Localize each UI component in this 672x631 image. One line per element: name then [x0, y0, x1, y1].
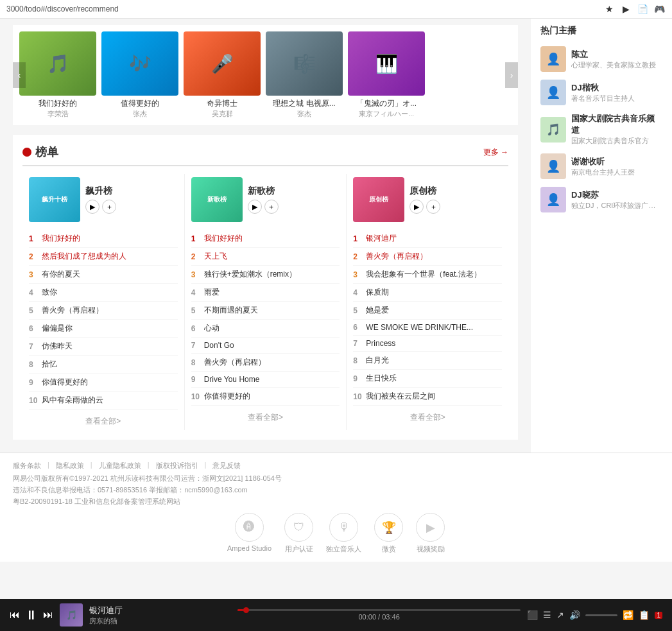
chart-item[interactable]: 10 我们被夹在云层之间 [353, 388, 502, 406]
play-icon[interactable]: ▶ [619, 3, 632, 15]
player-playlist-button[interactable]: 📋 [639, 610, 650, 620]
footer-link[interactable]: 服务条款 [13, 461, 41, 471]
chart-item[interactable]: 3 我会想象有一个世界（feat.法老） [353, 266, 502, 284]
footer-warning: 违法和不良信息举报电话：0571-89853516 举报邮箱：ncm5990@1… [13, 485, 659, 495]
carousel-album-item[interactable]: 🎹 「鬼滅の刃」オ... 東京フィルハー... [348, 31, 425, 119]
chart-song-title: 保质期 [366, 287, 502, 298]
chart-item[interactable]: 1 银河迪厅 [353, 230, 502, 248]
chart-item[interactable]: 8 拾忆 [29, 356, 178, 374]
chart-add-button[interactable]: ＋ [102, 200, 116, 214]
chart-item[interactable]: 3 有你的夏天 [29, 266, 178, 284]
chart-col-header: 原创榜 原创榜 ▶ ＋ [353, 177, 502, 222]
chart-item[interactable]: 5 善火旁（再启程） [29, 302, 178, 320]
player-song-info: 银河迪厅 房东的猫 [89, 605, 231, 626]
chart-more-link[interactable]: 更多 → [483, 147, 508, 158]
broadcaster-item[interactable]: 🎵 国家大剧院古典音乐频道 国家大剧院古典音乐官方 [540, 113, 662, 146]
player-song-name: 银河迪厅 [89, 605, 231, 616]
chart-col-original: 原创榜 原创榜 ▶ ＋ 1 银河迪厅 2 善火旁（再启程） 3 [347, 174, 508, 430]
chart-item[interactable]: 2 善火旁（再启程） [353, 248, 502, 266]
carousel-album-item[interactable]: 🎵 我们好好的 李荣浩 [19, 31, 96, 119]
chart-rank: 9 [29, 378, 42, 387]
chart-item[interactable]: 9 生日快乐 [353, 370, 502, 388]
footer-link[interactable]: 意见反馈 [212, 461, 241, 471]
chart-item[interactable]: 9 Drive You Home [191, 372, 340, 388]
footer-icon-item[interactable]: 🛡 用户认证 [284, 513, 313, 554]
chart-item[interactable]: 1 我们好好的 [191, 230, 340, 248]
footer-icon-item[interactable]: ▶ 视频奖励 [416, 513, 445, 554]
progress-bar[interactable] [237, 609, 521, 611]
broadcaster-item[interactable]: 👤 DJ楷秋 著名音乐节目主持人 [540, 80, 662, 105]
chart-play-button[interactable]: ▶ [409, 200, 424, 214]
chart-item[interactable]: 7 仿佛昨天 [29, 338, 178, 356]
chart-play-button[interactable]: ▶ [248, 200, 262, 214]
chart-view-all-link[interactable]: 查看全部> [410, 413, 445, 422]
chart-song-title: 有你的夏天 [42, 269, 178, 280]
footer-icon-item[interactable]: 🏆 微赏 [374, 513, 403, 554]
carousel-album-item[interactable]: 🎶 值得更好的 张杰 [101, 31, 178, 119]
chart-item[interactable]: 8 白月光 [353, 352, 502, 370]
player-play-button[interactable]: ⏸ [25, 608, 38, 623]
chart-item[interactable]: 4 保质期 [353, 284, 502, 302]
chart-view-all: 查看全部> [353, 412, 502, 423]
chart-item[interactable]: 5 不期而遇的夏天 [191, 302, 340, 320]
chart-add-button[interactable]: ＋ [426, 200, 440, 214]
chart-item[interactable]: 10 你值得更好的 [191, 388, 340, 406]
chart-song-title: 天上飞 [204, 251, 340, 262]
player-volume-button[interactable]: 🔊 [569, 610, 580, 620]
carousel-album-item[interactable]: 🎤 奇异博士 吴克群 [184, 31, 261, 119]
top-bar-icons: ★ ▶ 📄 🎮 [603, 3, 666, 15]
chart-item[interactable]: 8 善火旁（再启程） [191, 354, 340, 372]
footer-link[interactable]: 隐私政策 [56, 461, 84, 471]
broadcaster-avatar: 👤 [540, 153, 566, 179]
progress-bar-container[interactable]: 00:00 / 03:46 [237, 609, 521, 621]
volume-bar[interactable] [585, 614, 617, 616]
chart-col-header: 新歌榜 新歌榜 ▶ ＋ [191, 177, 340, 222]
album-cover: 🎶 [101, 31, 178, 96]
doc-icon[interactable]: 📄 [636, 3, 649, 15]
carousel-next-button[interactable]: › [505, 62, 518, 88]
footer-icon-item[interactable]: 🅐 Amped Studio [227, 513, 271, 554]
footer-beian: 粤B2-20090191-18 工业和信息化部备案管理系统网站 [13, 497, 659, 506]
chart-song-title: 拾忆 [42, 359, 178, 370]
footer-icon-item[interactable]: 🎙 独立音乐人 [326, 513, 361, 554]
chart-view-all-link[interactable]: 查看全部> [248, 413, 283, 422]
footer-copyright: 网易公司版权所有©1997-2021 杭州乐读科技有限公司运营：浙网文[2021… [13, 474, 659, 483]
chart-item[interactable]: 7 Don't Go [191, 338, 340, 354]
star-icon[interactable]: ★ [603, 3, 616, 15]
carousel-album-item[interactable]: 🎼 理想之城 电视原... 张杰 [266, 31, 343, 119]
chart-item[interactable]: 6 心动 [191, 320, 340, 338]
chart-add-button[interactable]: ＋ [264, 200, 279, 214]
footer-link[interactable]: 版权投诉指引 [156, 461, 198, 471]
player-screen-button[interactable]: ⬛ [527, 610, 538, 620]
chart-item[interactable]: 4 致你 [29, 284, 178, 302]
chart-item[interactable]: 5 她是爱 [353, 302, 502, 320]
broadcaster-item[interactable]: 👤 DJ晓苏 独立DJ，CRI环球旅游广播... [540, 187, 662, 212]
chart-list: 1 我们好好的 2 天上飞 3 独行侠+爱如潮水（remix） 4 雨爱 5 不… [191, 230, 340, 406]
chart-item[interactable]: 9 你值得更好的 [29, 374, 178, 392]
chart-song-title: 善火旁（再启程） [42, 305, 178, 316]
player-next-button[interactable]: ⏭ [43, 609, 53, 621]
chart-item[interactable]: 3 独行侠+爱如潮水（remix） [191, 266, 340, 284]
player-share-button[interactable]: ↗ [556, 610, 564, 620]
chart-item[interactable]: 2 天上飞 [191, 248, 340, 266]
carousel-prev-button[interactable]: ‹ [13, 62, 26, 88]
player-loop-button[interactable]: 🔁 [623, 610, 633, 620]
player-list-button[interactable]: ☰ [543, 610, 551, 620]
album-artist: 李荣浩 [19, 109, 96, 119]
url-bar: 3000/todo#/discover/recommend [6, 4, 119, 13]
chart-play-button[interactable]: ▶ [85, 200, 99, 214]
chart-item[interactable]: 2 然后我们成了想成为的人 [29, 248, 178, 266]
chart-item[interactable]: 6 偏偏是你 [29, 320, 178, 338]
chart-song-title: 善火旁（再启程） [204, 357, 340, 368]
game-icon[interactable]: 🎮 [653, 3, 666, 15]
chart-item[interactable]: 4 雨爱 [191, 284, 340, 302]
chart-view-all-link[interactable]: 查看全部> [85, 417, 121, 426]
broadcaster-item[interactable]: 👤 谢谢收听 南京电台主持人王磬 [540, 153, 662, 179]
chart-item[interactable]: 10 风中有朵雨做的云 [29, 392, 178, 410]
chart-item[interactable]: 6 WE SMOKE WE DRINK/THE... [353, 320, 502, 336]
chart-item[interactable]: 7 Princess [353, 336, 502, 352]
chart-item[interactable]: 1 我们好好的 [29, 230, 178, 248]
player-prev-button[interactable]: ⏮ [10, 609, 20, 621]
footer-link[interactable]: 儿童隐私政策 [99, 461, 141, 471]
broadcaster-item[interactable]: 👤 陈立 心理学家、美食家陈立教授 [540, 46, 662, 72]
